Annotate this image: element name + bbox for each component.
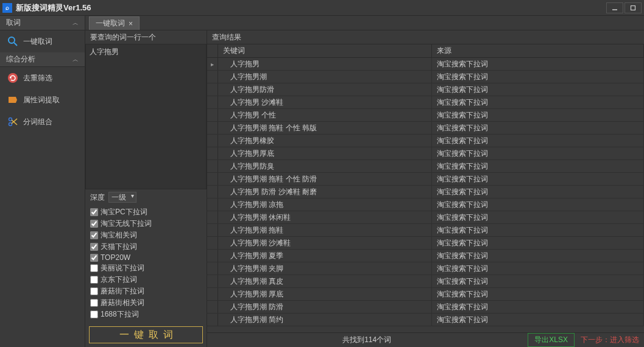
table-row[interactable]: 人字拖男潮 夏季淘宝搜索下拉词 [207, 250, 644, 262]
sidebar-section-label: 综合分析 [6, 54, 73, 65]
row-indicator [207, 186, 218, 198]
cell-keyword: 人字拖男防臭 [218, 160, 432, 172]
table-row[interactable]: 人字拖男橡胶淘宝搜索下拉词 [207, 135, 644, 147]
cell-keyword: 人字拖男潮 拖鞋 [218, 224, 432, 236]
table-row[interactable]: 人字拖男潮 拖鞋淘宝搜索下拉词 [207, 224, 644, 237]
source-checkbox[interactable]: 美丽说下拉词 [90, 262, 202, 274]
checkbox[interactable] [90, 231, 98, 239]
checkbox[interactable] [90, 243, 98, 251]
query-panel: 要查询的词一行一个 深度 一级 淘宝PC下拉词淘宝无线下拉词淘宝相关词天猫下拉词… [85, 30, 207, 347]
cell-keyword: 人字拖男潮 [218, 71, 432, 83]
checkbox[interactable] [90, 208, 98, 216]
sidebar-item-tag[interactable]: 属性词提取 [0, 89, 85, 111]
table-row[interactable]: 人字拖男潮 拖鞋 个性 韩版淘宝搜索下拉词 [207, 122, 644, 135]
cell-source: 淘宝搜索下拉词 [432, 186, 644, 198]
cell-keyword: 人字拖男潮 拖鞋 个性 防滑 [218, 173, 432, 185]
source-checkbox[interactable]: 淘宝无线下拉词 [90, 218, 202, 230]
row-indicator [207, 173, 218, 185]
col-header-source[interactable]: 来源 [432, 44, 644, 57]
table-row[interactable]: ▸人字拖男淘宝搜索下拉词 [207, 58, 644, 71]
checkbox[interactable] [90, 287, 98, 295]
sidebar-item-search[interactable]: 一键取词 [0, 30, 85, 52]
source-checkbox[interactable]: 京东下拉词 [90, 274, 202, 286]
table-row[interactable]: 人字拖男潮 夹脚淘宝搜索下拉词 [207, 262, 644, 275]
minimize-button[interactable] [606, 2, 623, 13]
cell-keyword: 人字拖男潮 夹脚 [218, 262, 432, 275]
cell-source: 淘宝搜索下拉词 [432, 173, 644, 185]
checkbox[interactable] [90, 276, 98, 284]
cell-source: 淘宝搜索下拉词 [432, 288, 644, 300]
row-indicator [207, 109, 218, 121]
checkbox[interactable] [90, 220, 98, 228]
cell-keyword: 人字拖男 个性 [218, 109, 432, 121]
table-row[interactable]: 人字拖男潮 休闲鞋淘宝搜索下拉词 [207, 211, 644, 224]
sidebar-section-header[interactable]: 综合分析︿ [0, 52, 85, 67]
checkbox[interactable] [90, 264, 98, 272]
cell-keyword: 人字拖男潮 防滑 [218, 301, 432, 313]
sidebar-item-label: 属性词提取 [23, 95, 60, 105]
results-grid[interactable]: 关键词 来源 ▸人字拖男淘宝搜索下拉词人字拖男潮淘宝搜索下拉词人字拖男防滑淘宝搜… [207, 44, 644, 332]
table-row[interactable]: 人字拖男潮 凉拖淘宝搜索下拉词 [207, 198, 644, 211]
table-row[interactable]: 人字拖男防臭淘宝搜索下拉词 [207, 160, 644, 173]
row-indicator [207, 83, 218, 96]
checkbox[interactable] [90, 310, 98, 318]
checkbox[interactable] [90, 254, 98, 262]
source-label: 淘宝无线下拉词 [101, 219, 152, 229]
table-row[interactable]: 人字拖男潮 简约淘宝搜索下拉词 [207, 314, 644, 326]
cell-source: 淘宝搜索下拉词 [432, 250, 644, 262]
sidebar-item-scissors[interactable]: 分词组合 [0, 111, 85, 133]
cell-keyword: 人字拖男橡胶 [218, 135, 432, 147]
source-checkbox[interactable]: 淘宝相关词 [90, 230, 202, 241]
table-row[interactable]: 人字拖男潮 沙滩鞋淘宝搜索下拉词 [207, 237, 644, 250]
source-label: 京东下拉词 [101, 275, 137, 285]
col-header-keyword[interactable]: 关键词 [218, 44, 432, 57]
row-indicator [207, 237, 218, 249]
sidebar-item-refresh[interactable]: 去重筛选 [0, 67, 85, 89]
query-input[interactable] [85, 44, 207, 189]
source-checkbox[interactable]: 蘑菇街相关词 [90, 297, 202, 309]
source-label: TOP20W [101, 253, 130, 262]
sidebar-section-label: 取词 [6, 18, 73, 28]
cell-source: 淘宝搜索下拉词 [432, 275, 644, 287]
table-row[interactable]: 人字拖男潮淘宝搜索下拉词 [207, 71, 644, 83]
table-row[interactable]: 人字拖男 沙滩鞋淘宝搜索下拉词 [207, 96, 644, 109]
next-step-link[interactable]: 下一步：进入筛选 [581, 335, 639, 345]
close-icon[interactable]: × [129, 19, 133, 28]
maximize-button[interactable] [625, 2, 642, 13]
tab[interactable]: 一键取词× [89, 16, 140, 30]
cell-keyword: 人字拖男潮 凉拖 [218, 198, 432, 211]
cell-source: 淘宝搜索下拉词 [432, 211, 644, 223]
table-row[interactable]: 人字拖男潮 真皮淘宝搜索下拉词 [207, 275, 644, 288]
source-checkbox[interactable]: 蘑菇街下拉词 [90, 286, 202, 297]
cell-source: 淘宝搜索下拉词 [432, 301, 644, 313]
row-indicator [207, 147, 218, 159]
depth-select[interactable]: 一级 [108, 192, 136, 203]
row-indicator: ▸ [207, 58, 218, 70]
sidebar-section-header[interactable]: 取词︿ [0, 16, 85, 30]
row-indicator [207, 71, 218, 83]
cell-source: 淘宝搜索下拉词 [432, 237, 644, 249]
checkbox[interactable] [90, 299, 98, 307]
chevron-up-icon: ︿ [73, 19, 79, 27]
svg-rect-1 [631, 5, 635, 10]
table-row[interactable]: 人字拖男厚底淘宝搜索下拉词 [207, 147, 644, 160]
source-checkbox[interactable]: TOP20W [90, 253, 202, 262]
source-checkbox[interactable]: 1688下拉词 [90, 309, 202, 320]
table-row[interactable]: 人字拖男潮 厚底淘宝搜索下拉词 [207, 288, 644, 301]
table-row[interactable]: 人字拖男潮 拖鞋 个性 防滑淘宝搜索下拉词 [207, 173, 644, 186]
table-row[interactable]: 人字拖男潮 防滑淘宝搜索下拉词 [207, 301, 644, 314]
results-panel: 查询结果 关键词 来源 ▸人字拖男淘宝搜索下拉词人字拖男潮淘宝搜索下拉词人字拖男… [207, 30, 644, 347]
depth-label: 深度 [90, 192, 105, 203]
source-checkbox[interactable]: 天猫下拉词 [90, 241, 202, 253]
table-row[interactable]: 人字拖男 个性淘宝搜索下拉词 [207, 109, 644, 122]
table-row[interactable]: 人字拖男 防滑 沙滩鞋 耐磨淘宝搜索下拉词 [207, 186, 644, 198]
export-button[interactable]: 导出XLSX [528, 333, 575, 347]
status-count: 共找到114个词 [212, 335, 522, 345]
app-icon: ⌕ [2, 3, 12, 13]
cell-source: 淘宝搜索下拉词 [432, 160, 644, 172]
cell-keyword: 人字拖男厚底 [218, 147, 432, 159]
source-label: 天猫下拉词 [101, 242, 137, 252]
source-checkbox[interactable]: 淘宝PC下拉词 [90, 206, 202, 218]
table-row[interactable]: 人字拖男防滑淘宝搜索下拉词 [207, 83, 644, 96]
fetch-button[interactable]: 一键取词 [89, 326, 203, 343]
